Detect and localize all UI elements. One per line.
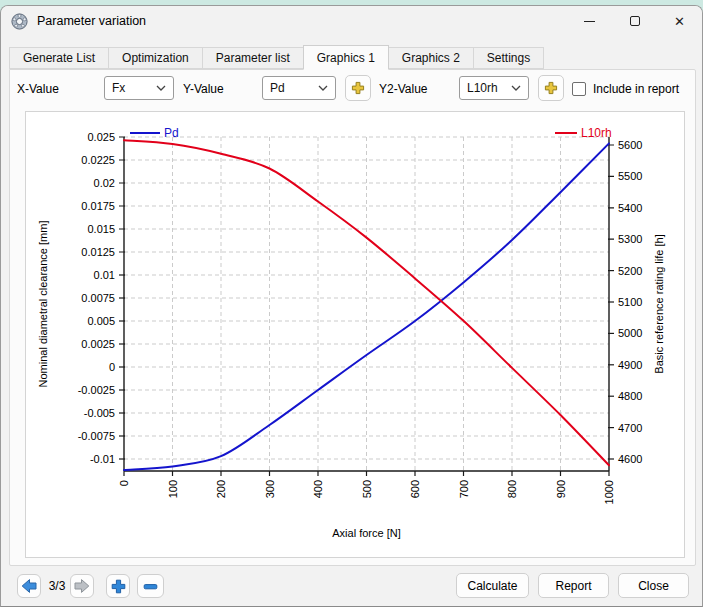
add-y2-curve-button[interactable]	[538, 75, 564, 101]
svg-text:5000: 5000	[618, 327, 642, 339]
include-in-report-label[interactable]: Include in report	[593, 81, 679, 97]
report-button[interactable]: Report	[538, 573, 609, 598]
titlebar: Parameter variation ✕	[1, 6, 702, 36]
svg-text:5200: 5200	[618, 265, 642, 277]
maximize-button[interactable]	[612, 6, 657, 36]
tab-generate-list[interactable]: Generate List	[9, 47, 109, 69]
svg-text:200: 200	[215, 480, 227, 498]
parameter-variation-dialog: Parameter variation ✕ Generate ListOptim…	[0, 5, 703, 607]
svg-text:0.0075: 0.0075	[81, 292, 115, 304]
x-value-selected: Fx	[112, 81, 156, 95]
svg-text:100: 100	[167, 480, 179, 498]
svg-text:-0.01: -0.01	[90, 453, 115, 465]
svg-text:4900: 4900	[618, 359, 642, 371]
svg-text:-0.005: -0.005	[84, 407, 115, 419]
svg-text:5400: 5400	[618, 202, 642, 214]
y2-value-label: Y2-Value	[379, 81, 427, 97]
svg-text:5600: 5600	[618, 139, 642, 151]
svg-text:5300: 5300	[618, 233, 642, 245]
tab-graphics-2[interactable]: Graphics 2	[388, 47, 474, 69]
svg-text:L10rh: L10rh	[581, 126, 612, 140]
calculate-button[interactable]: Calculate	[456, 573, 529, 598]
arrow-left-icon	[20, 578, 38, 594]
add-chart-button[interactable]	[106, 574, 130, 598]
svg-text:0: 0	[118, 480, 130, 486]
svg-text:300: 300	[264, 480, 276, 498]
minimize-icon	[584, 21, 595, 22]
svg-text:0.01: 0.01	[94, 269, 115, 281]
x-value-select[interactable]: Fx	[104, 76, 174, 100]
svg-text:Nominal diametral clearance [m: Nominal diametral clearance [mm]	[37, 221, 49, 388]
minimize-button[interactable]	[567, 6, 612, 36]
x-value-label: X-Value	[17, 81, 59, 97]
svg-text:1000: 1000	[603, 480, 615, 504]
svg-text:4700: 4700	[618, 422, 642, 434]
tab-settings[interactable]: Settings	[473, 47, 544, 69]
svg-text:Basic reference rating life [h: Basic reference rating life [h]	[653, 234, 665, 373]
tab-bar: Generate ListOptimizationParameter listG…	[9, 44, 543, 69]
svg-text:700: 700	[458, 480, 470, 498]
maximize-icon	[630, 16, 640, 26]
chart-panel: 0.0250.02250.020.01750.0150.01250.010.00…	[25, 111, 685, 558]
svg-text:500: 500	[361, 480, 373, 498]
parameter-variation-chart: 0.0250.02250.020.01750.0150.01250.010.00…	[26, 112, 684, 557]
svg-text:Pd: Pd	[164, 126, 179, 140]
svg-text:400: 400	[312, 480, 324, 498]
chevron-down-icon	[156, 85, 166, 91]
plus-icon	[543, 80, 559, 96]
include-in-report-checkbox[interactable]	[572, 82, 586, 96]
svg-text:4800: 4800	[618, 390, 642, 402]
previous-page-button[interactable]	[17, 574, 41, 598]
arrow-right-icon	[73, 578, 91, 594]
svg-text:600: 600	[409, 480, 421, 498]
plus-icon	[110, 578, 127, 595]
svg-text:0.02: 0.02	[94, 177, 115, 189]
svg-text:0.0225: 0.0225	[81, 154, 115, 166]
plus-icon	[350, 80, 366, 96]
svg-text:5500: 5500	[618, 170, 642, 182]
svg-text:900: 900	[555, 480, 567, 498]
svg-text:0.0125: 0.0125	[81, 246, 115, 258]
svg-text:5100: 5100	[618, 296, 642, 308]
y-value-selected: Pd	[270, 81, 318, 95]
svg-text:4600: 4600	[618, 453, 642, 465]
svg-text:0.015: 0.015	[87, 223, 115, 235]
svg-text:0.0175: 0.0175	[81, 200, 115, 212]
svg-text:0.005: 0.005	[87, 315, 115, 327]
chevron-down-icon	[318, 85, 328, 91]
chevron-down-icon	[511, 85, 521, 91]
window-title: Parameter variation	[37, 14, 146, 28]
page-indicator: 3/3	[45, 579, 69, 593]
close-dialog-button[interactable]: Close	[618, 573, 689, 598]
tab-parameter-list[interactable]: Parameter list	[202, 47, 304, 69]
add-y-curve-button[interactable]	[345, 75, 371, 101]
y-value-label: Y-Value	[183, 81, 224, 97]
next-page-button[interactable]	[70, 574, 94, 598]
svg-text:-0.0075: -0.0075	[78, 430, 115, 442]
svg-text:800: 800	[506, 480, 518, 498]
y-value-select[interactable]: Pd	[262, 76, 336, 100]
tab-graphics-1[interactable]: Graphics 1	[303, 45, 389, 70]
remove-chart-button[interactable]	[137, 574, 164, 598]
tab-optimization[interactable]: Optimization	[108, 47, 203, 69]
bearing-app-icon	[11, 13, 28, 30]
y2-value-selected: L10rh	[467, 81, 511, 95]
y2-value-select[interactable]: L10rh	[459, 76, 529, 100]
close-button[interactable]: ✕	[657, 6, 702, 36]
svg-text:-0.0025: -0.0025	[78, 384, 115, 396]
svg-text:0: 0	[109, 361, 115, 373]
window-controls: ✕	[567, 6, 702, 36]
svg-text:0.0025: 0.0025	[81, 338, 115, 350]
close-icon: ✕	[674, 15, 685, 28]
svg-text:Axial force [N]: Axial force [N]	[332, 527, 400, 539]
svg-text:0.025: 0.025	[87, 131, 115, 143]
minus-icon	[142, 578, 159, 595]
